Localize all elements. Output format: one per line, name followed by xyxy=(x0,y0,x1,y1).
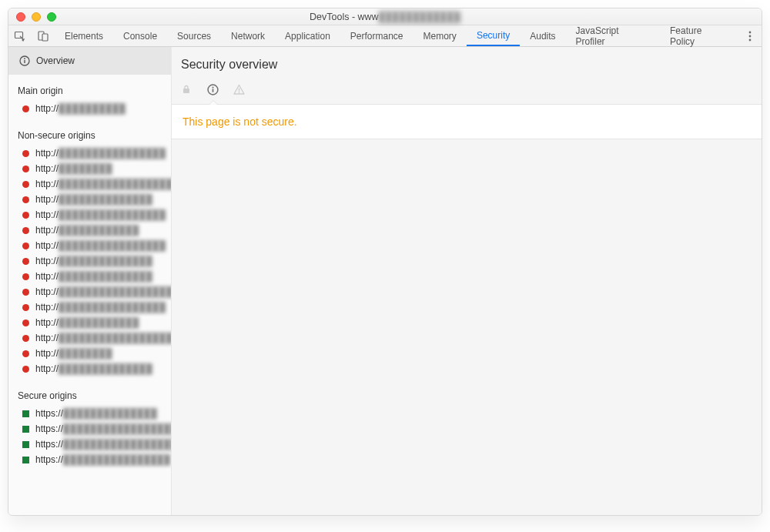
insecure-indicator-icon xyxy=(22,258,29,265)
sidebar-overview-item[interactable]: Overview xyxy=(8,47,171,75)
origin-host-redacted: ██████████████ xyxy=(63,408,157,419)
origin-scheme: http:// xyxy=(35,103,59,114)
secure-indicator-icon xyxy=(22,426,29,433)
origin-url: http://██████████████████ xyxy=(35,179,172,189)
origin-item[interactable]: http://████████████████ xyxy=(8,299,171,315)
titlebar: DevTools - www████████████ xyxy=(8,8,762,25)
tab-javascript-profiler[interactable]: JavaScript Profiler xyxy=(566,25,660,46)
origin-item[interactable]: https://████████████████ xyxy=(8,452,171,467)
insecure-indicator-icon xyxy=(22,304,29,311)
minimize-window-button[interactable] xyxy=(32,12,41,22)
svg-point-5 xyxy=(749,38,752,41)
sidebar-overview-label: Overview xyxy=(36,55,75,66)
origin-item[interactable]: http://██████████████████ xyxy=(8,176,171,192)
info-icon xyxy=(19,55,30,66)
security-banner-text: This page is not secure. xyxy=(182,115,751,128)
svg-point-3 xyxy=(749,31,752,33)
origin-item[interactable]: http://██████████████ xyxy=(8,361,171,376)
origin-host-redacted: ██████████████████ xyxy=(63,439,172,450)
panel-tabs: ElementsConsoleSourcesNetworkApplication… xyxy=(55,25,738,46)
origin-scheme: http:// xyxy=(35,256,59,266)
tab-memory[interactable]: Memory xyxy=(413,25,467,46)
origin-list: http://██████████ xyxy=(8,101,171,119)
origin-scheme: http:// xyxy=(35,225,59,236)
origin-scheme: http:// xyxy=(35,348,59,359)
origin-scheme: http:// xyxy=(35,333,59,343)
origin-url: http://████████████████ xyxy=(35,209,166,220)
more-menu-icon[interactable] xyxy=(738,25,762,46)
svg-rect-13 xyxy=(239,89,239,92)
origin-item[interactable]: http://████████████████ xyxy=(8,207,171,223)
origin-url: https://████████████████████ xyxy=(35,423,172,434)
sidebar-section-heading: Secure origins xyxy=(8,380,171,406)
origin-host-redacted: ████████████ xyxy=(59,225,139,236)
origin-scheme: https:// xyxy=(35,423,63,434)
security-banner: This page is not secure. xyxy=(172,104,762,139)
origin-item[interactable]: http://████████████ xyxy=(8,223,171,238)
origin-scheme: http:// xyxy=(35,302,59,313)
origin-item[interactable]: http://████████████ xyxy=(8,315,171,330)
origin-host-redacted: ██████████████████ xyxy=(59,286,172,297)
origin-item[interactable]: http://██████████████ xyxy=(8,253,171,269)
sidebar-section-heading: Main origin xyxy=(8,75,171,101)
secure-indicator-icon xyxy=(22,441,29,448)
origin-url: http://██████████████ xyxy=(35,271,152,282)
origin-item[interactable]: http://████████ xyxy=(8,161,171,176)
security-overview-title: Security overview xyxy=(181,58,752,72)
origin-item[interactable]: http://██████████████████ xyxy=(8,284,171,299)
tab-audits[interactable]: Audits xyxy=(520,25,565,46)
window-title-blur: ████████████ xyxy=(379,12,460,22)
origin-item[interactable]: http://████████ xyxy=(8,346,171,361)
origin-scheme: http:// xyxy=(35,148,59,159)
devtools-tabbar: ElementsConsoleSourcesNetworkApplication… xyxy=(8,25,762,47)
security-sidebar: Overview Main originhttp://██████████Non… xyxy=(8,47,172,515)
origin-url: https://██████████████████ xyxy=(35,439,172,450)
origin-host-redacted: ████████████████ xyxy=(59,148,166,159)
origin-host-redacted: ██████████████████ xyxy=(59,179,172,189)
origin-scheme: http:// xyxy=(35,363,59,374)
insecure-indicator-icon xyxy=(22,105,29,112)
tab-console[interactable]: Console xyxy=(113,25,167,46)
tab-network[interactable]: Network xyxy=(221,25,275,46)
inspect-element-icon[interactable] xyxy=(8,25,32,46)
origin-item[interactable]: http://██████████ xyxy=(8,101,171,116)
insecure-indicator-icon xyxy=(22,166,29,172)
origin-item[interactable]: http://██████████████ xyxy=(8,269,171,284)
insecure-indicator-icon xyxy=(22,366,29,373)
origin-item[interactable]: https://██████████████████ xyxy=(8,437,171,452)
tab-feature-policy[interactable]: Feature Policy xyxy=(660,25,738,46)
origin-host-redacted: ████████ xyxy=(59,163,112,174)
origin-item[interactable]: http://████████████████ xyxy=(8,146,171,161)
info-state-icon[interactable] xyxy=(207,84,219,96)
active-state-pointer xyxy=(209,101,218,105)
origin-scheme: http:// xyxy=(35,163,59,174)
svg-point-7 xyxy=(24,58,25,59)
origin-host-redacted: ██████████ xyxy=(59,103,126,114)
tab-elements[interactable]: Elements xyxy=(55,25,113,46)
tab-application[interactable]: Application xyxy=(275,25,340,46)
zoom-window-button[interactable] xyxy=(47,12,56,22)
insecure-indicator-icon xyxy=(22,150,29,157)
origin-host-redacted: ██████████████ xyxy=(59,271,152,282)
origin-item[interactable]: https://████████████████████ xyxy=(8,421,171,437)
svg-rect-9 xyxy=(183,89,189,93)
origin-url: http://██████████████ xyxy=(35,194,152,205)
window-title: DevTools - www████████████ xyxy=(8,12,762,22)
security-main-panel: Security overview This page is not secur… xyxy=(172,47,762,515)
origin-item[interactable]: http://██████████████████ xyxy=(8,330,171,346)
origin-scheme: https:// xyxy=(35,454,63,465)
close-window-button[interactable] xyxy=(16,12,25,22)
tab-performance[interactable]: Performance xyxy=(340,25,413,46)
tab-sources[interactable]: Sources xyxy=(167,25,221,46)
tab-security[interactable]: Security xyxy=(467,25,520,46)
origin-host-redacted: ██████████████ xyxy=(59,194,152,205)
warning-triangle-icon[interactable] xyxy=(233,84,246,96)
origin-item[interactable]: https://██████████████ xyxy=(8,406,171,421)
origin-item[interactable]: http://██████████████ xyxy=(8,192,171,207)
origin-url: http://██████████████ xyxy=(35,363,152,374)
lock-icon[interactable] xyxy=(181,84,193,96)
device-toggle-icon[interactable] xyxy=(32,25,55,46)
origin-host-redacted: ████████████████ xyxy=(59,240,166,251)
origin-scheme: http:// xyxy=(35,271,59,282)
origin-item[interactable]: http://████████████████ xyxy=(8,238,171,253)
